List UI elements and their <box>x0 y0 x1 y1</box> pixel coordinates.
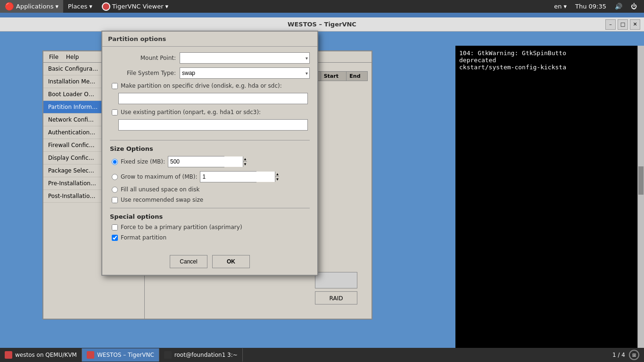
fixed-size-label: Fixed size (MB): <box>121 158 165 165</box>
fill-all-label: Fill all unused space on disk <box>121 186 200 193</box>
language-selector[interactable]: en ▾ <box>552 3 569 10</box>
taskbar-right: 1 / 4 ⊞ <box>608 350 644 360</box>
fixed-size-spinbox-buttons: ▲ ▼ <box>243 156 247 167</box>
taskbar-tigervnc-label: WESTOS – TigerVNC <box>97 352 154 358</box>
fill-all-radio[interactable] <box>112 187 118 193</box>
taskbar-westos-label: westos on QEMU/KVM <box>15 352 77 358</box>
mount-point-select-wrapper: ▾ <box>180 52 310 64</box>
workspace-icon: ⊞ <box>632 353 636 358</box>
tigervnc-app-icon <box>102 2 110 11</box>
force-primary-row: Force to be a primary partition (asprima… <box>110 224 310 230</box>
topbar-left: 🔴 Applications ▾ Places ▾ TigerVNC Viewe… <box>0 0 173 13</box>
fixed-size-increment-button[interactable]: ▲ <box>243 156 247 162</box>
taskbar-tigervnc-icon <box>87 351 94 359</box>
filesystem-type-select-wrapper: swap ext4 ext3 ext2 xfs vfat ▾ <box>180 67 310 79</box>
col-start: Start <box>321 72 347 81</box>
use-recommended-swap-label: Use recommended swap size <box>121 197 203 203</box>
fixed-size-input[interactable] <box>168 156 243 167</box>
grow-max-input[interactable] <box>200 172 275 182</box>
section-divider <box>110 140 310 140</box>
raid-button[interactable]: RAID <box>315 291 357 304</box>
grow-max-increment-button[interactable]: ▲ <box>275 172 279 177</box>
topbar: 🔴 Applications ▾ Places ▾ TigerVNC Viewe… <box>0 0 644 13</box>
applications-menu[interactable]: 🔴 Applications ▾ <box>0 0 63 13</box>
cancel-button[interactable]: Cancel <box>170 255 207 268</box>
applications-arrow-icon: ▾ <box>55 3 58 10</box>
use-existing-input[interactable] <box>118 119 308 131</box>
tigervnc-titlebar: WESTOS – TigerVNC – □ ✕ <box>0 17 644 32</box>
volume-icon: 🔊 <box>615 3 622 10</box>
filesystem-type-row: File System Type: swap ext4 ext3 ext2 xf… <box>110 67 310 79</box>
fill-all-row: Fill all unused space on disk <box>110 186 310 193</box>
taskbar-item-terminal[interactable]: root@foundation1 3:~ <box>159 348 243 362</box>
taskbar-pager: 1 / 4 <box>612 352 625 358</box>
tigervnc-arrow-icon: ▾ <box>165 3 169 10</box>
power-icon: ⏻ <box>631 3 637 10</box>
vnc-scrollbar[interactable] <box>637 46 644 348</box>
language-arrow-icon: ▾ <box>563 3 567 10</box>
make-partition-label: Make partition on specific drive (ondisk… <box>121 82 282 89</box>
terminal-area: 104: GtkWarning: GtkSpinButto deprecated… <box>455 46 644 348</box>
fixed-size-decrement-button[interactable]: ▼ <box>243 162 247 167</box>
mount-point-select[interactable] <box>180 52 310 64</box>
file-menu[interactable]: File <box>45 53 62 61</box>
places-menu[interactable]: Places ▾ <box>63 0 97 13</box>
minimize-button[interactable]: – <box>605 19 616 30</box>
use-existing-row: Use existing partition (onpart, e.g. hda… <box>110 109 310 115</box>
taskbar-terminal-label: root@foundation1 3:~ <box>174 352 238 358</box>
dialog-footer: Cancel OK <box>102 250 317 275</box>
tigervnc-title: WESTOS – TigerVNC <box>288 21 356 28</box>
main-area: WESTOS – TigerVNC – □ ✕ File Help <box>0 13 644 348</box>
make-partition-checkbox[interactable] <box>112 83 118 89</box>
use-recommended-row: Use recommended swap size <box>110 197 310 203</box>
workspace-switcher-button[interactable]: ⊞ <box>629 350 639 360</box>
taskbar-item-westos[interactable]: westos on QEMU/KVM <box>0 348 82 362</box>
dialog-body: Mount Point: ▾ File System Type: swap ex… <box>102 47 317 250</box>
grow-max-spinbox-buttons: ▲ ▼ <box>275 172 279 182</box>
terminal-line-3: ckstart/system-config-kicksta <box>459 64 640 71</box>
close-button[interactable]: ✕ <box>630 19 640 30</box>
format-partition-checkbox[interactable] <box>112 235 118 241</box>
size-mb-input[interactable] <box>315 272 357 288</box>
grow-max-radio[interactable] <box>112 174 118 180</box>
grow-max-spinbox: ▲ ▼ <box>200 171 256 182</box>
use-existing-checkbox[interactable] <box>112 109 118 115</box>
maximize-button[interactable]: □ <box>618 19 628 30</box>
places-arrow-icon: ▾ <box>89 3 92 10</box>
topbar-right: en ▾ Thu 09:35 🔊 ⏻ <box>552 0 644 13</box>
fixed-size-spinbox: ▲ ▼ <box>168 156 224 167</box>
grow-max-decrement-button[interactable]: ▼ <box>275 177 279 182</box>
taskbar-item-tigervnc[interactable]: WESTOS – TigerVNC <box>82 348 159 362</box>
size-options-title: Size Options <box>110 145 310 152</box>
terminal-line-2: deprecated <box>459 57 640 64</box>
taskbar-terminal-icon <box>164 351 172 359</box>
make-partition-row: Make partition on specific drive (ondisk… <box>110 82 310 89</box>
grow-max-spinbox-inner: ▲ ▼ <box>200 172 256 182</box>
vnc-content: File Help Basic Configura… Installation … <box>0 32 644 348</box>
filesystem-type-select[interactable]: swap ext4 ext3 ext2 xfs vfat <box>180 67 310 79</box>
section-divider-2 <box>110 208 310 208</box>
ok-button[interactable]: OK <box>212 255 250 268</box>
vnc-scrollbar-thumb[interactable] <box>638 166 644 195</box>
terminal-line-1: 104: GtkWarning: GtkSpinButto <box>459 49 640 57</box>
tigervnc-window: WESTOS – TigerVNC – □ ✕ File Help <box>0 17 644 348</box>
tigervnc-menu[interactable]: TigerVNC Viewer ▾ <box>97 0 173 13</box>
special-options-title: Special options <box>110 213 310 220</box>
make-partition-input[interactable] <box>118 93 308 104</box>
use-recommended-swap-checkbox[interactable] <box>112 197 118 203</box>
fixed-size-spinbox-inner: ▲ ▼ <box>168 156 224 167</box>
mount-point-label: Mount Point: <box>110 55 176 61</box>
datetime-display[interactable]: Thu 09:35 <box>573 3 609 10</box>
tigervnc-window-controls: – □ ✕ <box>605 19 640 30</box>
datetime-label: Thu 09:35 <box>575 3 606 10</box>
format-partition-label: Format partition <box>121 234 166 241</box>
help-menu[interactable]: Help <box>62 53 83 61</box>
force-primary-checkbox[interactable] <box>112 224 118 230</box>
power-button[interactable]: ⏻ <box>628 3 639 10</box>
dialog-title: Partition options <box>108 35 166 42</box>
volume-icon-button[interactable]: 🔊 <box>612 3 625 10</box>
language-label: en <box>554 3 561 10</box>
applications-label: Applications <box>16 3 53 10</box>
format-partition-row: Format partition <box>110 234 310 241</box>
fixed-size-radio[interactable] <box>112 159 118 165</box>
